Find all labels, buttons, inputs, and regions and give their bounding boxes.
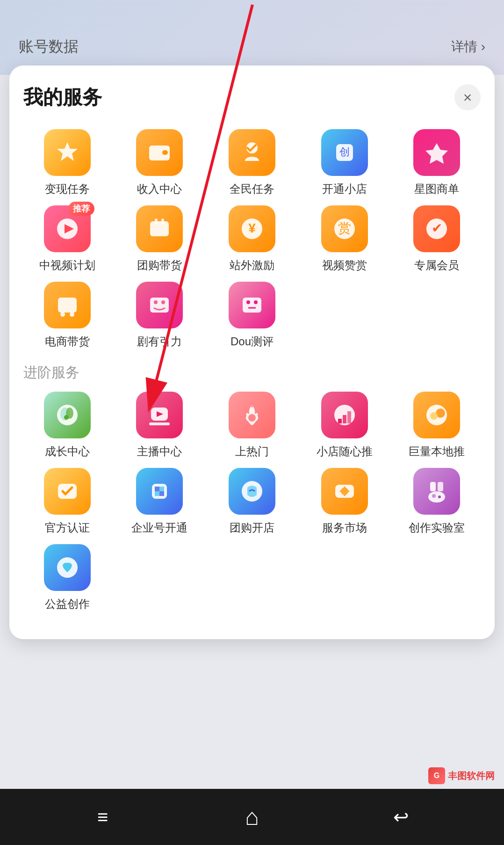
service-item-quanmin[interactable]: 全民任务 — [208, 129, 296, 196]
gongyi-label: 公益创作 — [45, 597, 90, 611]
chengzhang-icon — [44, 392, 91, 438]
juliang-label: 巨量本地推 — [409, 444, 465, 459]
zhubo-label: 主播中心 — [137, 444, 182, 459]
dianshang-icon — [44, 282, 91, 328]
service-item-guanfang[interactable]: 官方认证 — [23, 468, 111, 535]
service-item-qiye[interactable]: 企业号开通 — [116, 468, 204, 535]
service-item-fuwu[interactable]: 服务市场 — [301, 468, 389, 535]
service-item-dianshang[interactable]: 电商带货 — [23, 282, 111, 349]
service-item-shipin[interactable]: 赏 视频赞赏 — [301, 205, 389, 272]
juyouyinli-label: 剧有引力 — [137, 334, 182, 349]
service-item-chengzhang[interactable]: 成长中心 — [23, 392, 111, 459]
svg-point-24 — [161, 300, 165, 304]
chengzhang-label: 成长中心 — [45, 444, 90, 459]
kaixin-label: 开通小店 — [322, 182, 367, 196]
svg-rect-38 — [338, 419, 342, 423]
detail-link[interactable]: 详情 › — [451, 38, 485, 56]
quanmin-icon — [229, 129, 275, 176]
advanced-section-title: 进阶服务 — [23, 364, 79, 380]
bianxian-label: 变现任务 — [45, 182, 90, 196]
zhongshipin-label: 中视频计划 — [39, 258, 95, 272]
service-item-shouru[interactable]: 收入中心 — [116, 129, 204, 196]
service-item-juyouyinli[interactable]: 剧有引力 — [116, 282, 204, 349]
fuwu-label: 服务市场 — [322, 520, 367, 535]
svg-rect-40 — [347, 411, 351, 423]
qiye-icon — [136, 468, 183, 515]
shangremen-icon: + — [229, 392, 275, 438]
home-button[interactable]: ⌂ — [233, 798, 271, 836]
service-item-zhongshipin[interactable]: 推荐 中视频计划 — [23, 205, 111, 272]
zhongshipin-icon: 推荐 — [44, 205, 91, 252]
service-item-chuangzuoshiyanshi[interactable]: 创作实验室 — [393, 468, 481, 535]
service-grid-row2: 推荐 中视频计划 团购带货 ¥ 站外激励 赏 视频赞赏 — [23, 205, 481, 272]
watermark: G 丰图软件网 — [428, 767, 495, 784]
svg-rect-48 — [155, 491, 159, 496]
svg-rect-53 — [430, 482, 436, 491]
svg-text:✔: ✔ — [432, 221, 442, 235]
svg-point-21 — [70, 312, 74, 317]
svg-rect-46 — [155, 487, 159, 491]
background-header: 账号数据 详情 › — [0, 0, 504, 75]
service-item-juliang[interactable]: 巨量本地推 — [393, 392, 481, 459]
advanced-section-divider: 进阶服务 — [23, 363, 481, 382]
my-services-modal: 我的服务 × 变现任务 收入中心 全民任务 创 — [9, 66, 495, 639]
service-item-shangremen[interactable]: + 上热门 — [208, 392, 296, 459]
modal-title: 我的服务 — [23, 84, 102, 110]
service-item-zhubo[interactable]: 主播中心 — [116, 392, 204, 459]
gongyi-icon — [44, 544, 91, 591]
svg-point-23 — [154, 300, 158, 304]
svg-point-26 — [246, 300, 250, 304]
juliang-icon — [413, 392, 460, 438]
watermark-logo: G — [428, 767, 445, 784]
service-item-zhuanshu[interactable]: ✔ 专属会员 — [393, 205, 481, 272]
back-button[interactable]: ↩ — [382, 798, 420, 836]
svg-rect-49 — [159, 491, 164, 496]
svg-point-52 — [341, 488, 348, 495]
svg-rect-39 — [343, 415, 346, 423]
tuangou-label: 团购带货 — [137, 258, 182, 272]
svg-rect-34 — [149, 422, 170, 425]
svg-point-56 — [432, 494, 436, 498]
tuangoukaidan-label: 团购开店 — [230, 520, 274, 535]
menu-button[interactable]: ≡ — [84, 798, 122, 836]
svg-rect-25 — [243, 298, 261, 313]
svg-rect-12 — [161, 219, 164, 224]
svg-rect-3 — [162, 150, 168, 155]
service-item-xingtushangdan[interactable]: 星图商单 — [393, 129, 481, 196]
zhubo-icon — [136, 392, 183, 438]
zhuanshu-label: 专属会员 — [414, 258, 459, 272]
xiaodiansuixin-icon — [321, 392, 368, 438]
modal-header: 我的服务 × — [23, 84, 481, 110]
close-button[interactable]: × — [454, 84, 481, 110]
svg-point-35 — [248, 414, 256, 422]
svg-rect-19 — [58, 298, 77, 313]
service-item-zhanzhai[interactable]: ¥ 站外激励 — [208, 205, 296, 272]
watermark-text: 丰图软件网 — [448, 770, 495, 782]
juyouyinli-icon — [136, 282, 183, 328]
bottom-navigation: ≡ ⌂ ↩ — [0, 789, 504, 845]
svg-marker-7 — [425, 143, 448, 164]
service-grid-row1: 变现任务 收入中心 全民任务 创 开通小店 星图商 — [23, 129, 481, 196]
svg-text:¥: ¥ — [248, 221, 256, 235]
service-grid-row3: 电商带货 剧有引力 Dou测评 — [23, 282, 481, 349]
shipin-icon: 赏 — [321, 205, 368, 252]
service-item-tuangoukaidan[interactable]: 团购开店 — [208, 468, 296, 535]
shouru-icon — [136, 129, 183, 176]
quanmin-label: 全民任务 — [230, 182, 274, 196]
shangremen-label: 上热门 — [235, 444, 269, 459]
service-item-gongyi[interactable]: 公益创作 — [23, 544, 111, 611]
svg-point-31 — [64, 415, 69, 420]
service-item-doucepin[interactable]: Dou测评 — [208, 282, 296, 349]
svg-rect-10 — [150, 221, 169, 236]
service-item-kaixin[interactable]: 创 开通小店 — [301, 129, 389, 196]
service-item-tuangou[interactable]: 团购带货 — [116, 205, 204, 272]
tuangoukaidan-icon — [229, 468, 275, 515]
zhuanshu-icon: ✔ — [413, 205, 460, 252]
xingtushangdan-icon — [413, 129, 460, 176]
chuangzuoshiyanshi-label: 创作实验室 — [409, 520, 465, 535]
svg-point-43 — [430, 412, 438, 420]
svg-point-57 — [438, 495, 441, 498]
service-item-xiaodiansuixin[interactable]: 小店随心推 — [301, 392, 389, 459]
recommend-badge: 推荐 — [68, 202, 94, 216]
service-item-bianxian[interactable]: 变现任务 — [23, 129, 111, 196]
